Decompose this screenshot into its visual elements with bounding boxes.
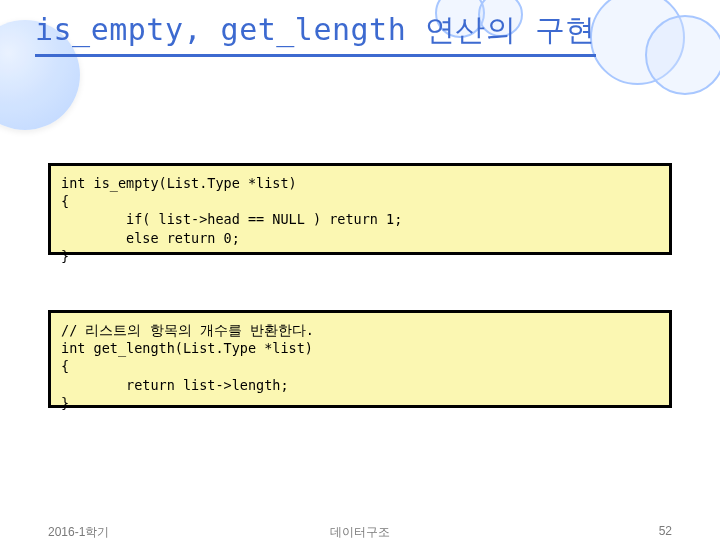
code-box-get-length: // 리스트의 항목의 개수를 반환한다. int get_length(Lis… bbox=[48, 310, 672, 408]
code-box-is-empty: int is_empty(List.Type *list) { if( list… bbox=[48, 163, 672, 255]
footer-page-number: 52 bbox=[659, 524, 672, 538]
slide: is_empty, get_length 연산의 구현 int is_empty… bbox=[0, 0, 720, 540]
page-title: is_empty, get_length 연산의 구현 bbox=[35, 12, 596, 57]
footer-subject: 데이터구조 bbox=[330, 524, 390, 540]
code-is-empty: int is_empty(List.Type *list) { if( list… bbox=[61, 174, 659, 265]
bg-circle-small-4 bbox=[645, 15, 720, 95]
code-get-length: // 리스트의 항목의 개수를 반환한다. int get_length(Lis… bbox=[61, 321, 659, 412]
footer-semester: 2016-1학기 bbox=[48, 524, 109, 540]
